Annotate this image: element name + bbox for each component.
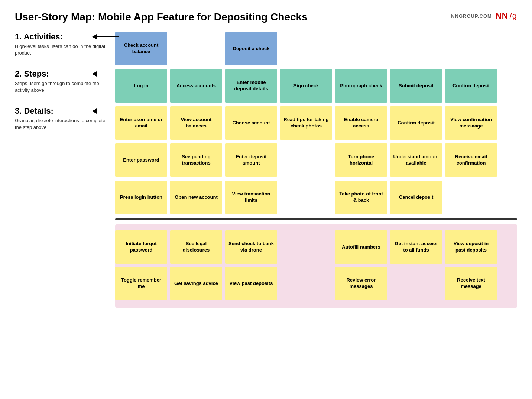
card-enter-mobile-deposit: Enter mobile deposit details <box>225 69 277 103</box>
card-review-error: Review error messages <box>335 267 387 300</box>
card-initiate-forgot: Initiate forgot password <box>115 230 167 264</box>
arrow-head-icon <box>92 34 97 39</box>
activities-row: 1. Activities: High-level tasks users ca… <box>15 32 517 65</box>
card-receive-text: Receive text message <box>445 267 497 300</box>
card-enter-password: Enter password <box>115 143 167 177</box>
step-col-2: Enter mobile deposit details <box>225 69 277 103</box>
col-5 <box>390 32 442 65</box>
details-desc: Granular, discrete interactions to compl… <box>15 117 111 131</box>
card-send-check-drone: Send check to bank via drone <box>225 230 277 264</box>
detail-0-col-5: Confirm deposit <box>390 106 442 140</box>
pink-row-2: Toggle remember me Get savings advice Vi… <box>115 265 514 303</box>
card-check-account-balance: Check account balance <box>115 32 167 65</box>
p0-col-3 <box>280 230 332 264</box>
steps-arrow-line <box>97 74 119 75</box>
detail-row-1-cards: Enter password See pending transactions … <box>115 143 517 177</box>
card-view-confirmation: View confirmation messaage <box>445 106 497 140</box>
detail-row-2: Press login button Open new account View… <box>15 181 517 214</box>
card-see-pending: See pending transactions <box>170 143 222 177</box>
col-1 <box>170 32 222 65</box>
d2-col-0: Press login button <box>115 181 167 214</box>
col-4 <box>335 32 387 65</box>
card-access-accounts: Access accounts <box>170 69 222 103</box>
section-divider <box>115 218 517 220</box>
page-header: User-Story Map: Mobile App Feature for D… <box>15 11 517 23</box>
steps-cards: Log in Access accounts Enter mobile depo… <box>115 69 517 103</box>
card-receive-email: Receive email confirmation <box>445 143 497 177</box>
activities-label-area: 1. Activities: High-level tasks users ca… <box>15 32 115 56</box>
detail-row-1: Enter password See pending transactions … <box>15 143 517 177</box>
page-title: User-Story Map: Mobile App Feature for D… <box>15 11 308 23</box>
steps-desc: Steps users go through to complete the a… <box>15 80 111 94</box>
step-col-4: Photograph check <box>335 69 387 103</box>
d2-col-1: Open new account <box>170 181 222 214</box>
d2-col-5: Cancel deposit <box>390 181 442 214</box>
details-arrow <box>93 108 119 114</box>
card-enter-deposit-amount: Enter deposit amount <box>225 143 277 177</box>
p0-col-4: Autofill numbers <box>335 230 387 264</box>
d1-col-0: Enter password <box>115 143 167 177</box>
card-view-transaction-limits: View transaction limits <box>225 181 277 214</box>
card-choose-account: Choose account <box>225 106 277 140</box>
card-photograph-check: Photograph check <box>335 69 387 103</box>
step-col-0: Log in <box>115 69 167 103</box>
steps-row: 2. Steps: Steps users go through to comp… <box>15 69 517 103</box>
col-0: Check account balance <box>115 32 167 65</box>
detail-0-col-4: Enable camera access <box>335 106 387 140</box>
step-col-3: Sign check <box>280 69 332 103</box>
pink-row-1: Initiate forgot password See legal discl… <box>115 229 514 265</box>
p0-col-5: Get instant access to all funds <box>390 230 442 264</box>
card-login: Log in <box>115 69 167 103</box>
p1-col-5 <box>390 267 442 300</box>
details-label-area: 3. Details: Granular, discrete interacti… <box>15 106 115 131</box>
card-enable-camera: Enable camera access <box>335 106 387 140</box>
detail-0-col-6: View confirmation messaage <box>445 106 497 140</box>
detail-row-2-cards: Press login button Open new account View… <box>115 181 517 214</box>
card-view-account-balances: View account balances <box>170 106 222 140</box>
card-autofill-numbers: Autofill numbers <box>335 230 387 264</box>
card-view-past-deposits: View past deposits <box>225 267 277 300</box>
details-arrow-head-icon <box>92 108 97 114</box>
card-understand-amount: Understand amount available <box>390 143 442 177</box>
card-press-login: Press login button <box>115 181 167 214</box>
col-6 <box>445 32 497 65</box>
activities-arrow <box>93 34 119 39</box>
d1-col-1: See pending transactions <box>170 143 222 177</box>
p0-col-2: Send check to bank via drone <box>225 230 277 264</box>
card-see-legal: See legal disclosures <box>170 230 222 264</box>
col-2: Deposit a check <box>225 32 277 65</box>
col-3 <box>280 32 332 65</box>
p0-col-6: View deposit in past deposits <box>445 230 497 264</box>
card-get-savings: Get savings advice <box>170 267 222 300</box>
d2-col-6 <box>445 181 497 214</box>
p1-col-6: Receive text message <box>445 267 497 300</box>
card-read-tips: Read tips for taking check photos <box>280 106 332 140</box>
d1-col-4: Turn phone horizontal <box>335 143 387 177</box>
pink-section: Initiate forgot password See legal discl… <box>115 224 517 308</box>
brand-g: /g <box>510 11 517 21</box>
detail-0-col-3: Read tips for taking check photos <box>280 106 332 140</box>
d2-col-2: View transaction limits <box>225 181 277 214</box>
p0-col-1: See legal disclosures <box>170 230 222 264</box>
steps-arrow <box>93 71 119 77</box>
card-take-photo: Take photo of front & back <box>335 181 387 214</box>
steps-arrow-head-icon <box>92 71 97 77</box>
card-enter-username: Enter username or email <box>115 106 167 140</box>
card-deposit-check: Deposit a check <box>225 32 277 65</box>
card-confirm-deposit-detail: Confirm deposit <box>390 106 442 140</box>
activities-desc: High-level tasks users can do in the dig… <box>15 43 111 56</box>
brand-site: NNGROUP.COM <box>451 13 492 19</box>
card-sign-check: Sign check <box>280 69 332 103</box>
d1-col-3 <box>280 143 332 177</box>
p0-col-0: Initiate forgot password <box>115 230 167 264</box>
p1-col-1: Get savings advice <box>170 267 222 300</box>
details-arrow-line <box>97 111 119 112</box>
arrow-line <box>97 36 119 38</box>
card-confirm-deposit: Confirm deposit <box>445 69 497 103</box>
card-turn-phone: Turn phone horizontal <box>335 143 387 177</box>
p1-col-4: Review error messages <box>335 267 387 300</box>
step-col-1: Access accounts <box>170 69 222 103</box>
step-col-6: Confirm deposit <box>445 69 497 103</box>
d2-col-3 <box>280 181 332 214</box>
d1-col-5: Understand amount available <box>390 143 442 177</box>
